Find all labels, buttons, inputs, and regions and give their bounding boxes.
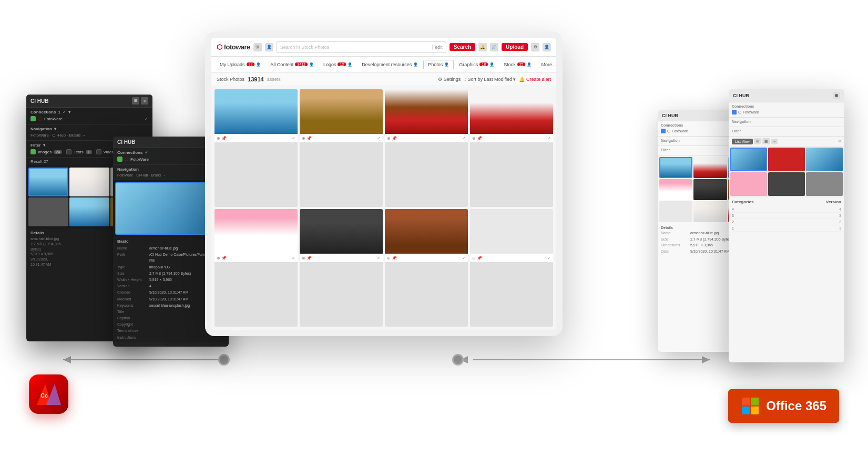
images-checkbox[interactable] bbox=[30, 149, 36, 154]
cell-icon-check: ✓ bbox=[292, 136, 295, 141]
upload-button[interactable]: Upload bbox=[502, 43, 528, 51]
type-key: Type bbox=[117, 264, 149, 270]
rp-thumb-2[interactable] bbox=[693, 157, 727, 178]
person-icon[interactable]: 👤 bbox=[265, 43, 273, 51]
thumb-4[interactable] bbox=[28, 197, 68, 226]
thumb-2[interactable] bbox=[69, 168, 109, 196]
video-checkbox[interactable] bbox=[96, 149, 101, 154]
sort-dropdown[interactable]: ↕ Sort by Last Modified ▾ bbox=[464, 77, 516, 82]
rp-main-thumb-2[interactable] bbox=[768, 148, 805, 171]
breadcrumb: Stock Photos bbox=[217, 77, 244, 82]
logos-badge: 13 bbox=[338, 62, 346, 66]
grid-cell-7[interactable]: ⊕📌 ✓ bbox=[385, 209, 468, 327]
rp-main-thumb-6[interactable] bbox=[806, 172, 843, 196]
rp-cat-row-1[interactable]: 1 1 bbox=[732, 225, 841, 232]
tab-my-uploads[interactable]: My Uploads 22 👤 bbox=[216, 60, 265, 69]
rp-cat-row-4[interactable]: 4 4 bbox=[732, 206, 841, 213]
terms-key: Terms of use bbox=[117, 328, 149, 333]
rp-main-thumb-3[interactable] bbox=[806, 148, 843, 171]
all-content-badge: 3412 bbox=[295, 62, 308, 66]
small-fw-checkbox[interactable] bbox=[117, 157, 122, 162]
tab-photos[interactable]: Photos 👤 bbox=[423, 60, 454, 69]
tab-more[interactable]: More... bbox=[537, 60, 556, 69]
left-connector-dot bbox=[218, 354, 230, 366]
office365-label: Office 365 bbox=[766, 399, 826, 413]
rp-main-thumb-5[interactable] bbox=[768, 172, 805, 196]
cell-icon-pin: 📌 bbox=[221, 256, 227, 260]
large-view-btn[interactable]: ▦ bbox=[762, 138, 770, 144]
cell-image-7 bbox=[385, 209, 468, 254]
grid-cell-8[interactable]: ⊕📌 ✓ bbox=[470, 209, 553, 327]
rp-sort-icon: ⊕ bbox=[838, 139, 841, 143]
grid-cell-3[interactable]: ⊕📌 ✓ bbox=[385, 89, 468, 207]
bell-icon[interactable]: 🔔 bbox=[478, 43, 487, 51]
grid-cell-2[interactable]: ⊕📌 ✓ bbox=[300, 89, 383, 207]
search-edit[interactable]: edit bbox=[432, 45, 443, 50]
rp-cat-row-2[interactable]: 2 2 bbox=[732, 219, 841, 225]
name-key: Name bbox=[117, 245, 149, 251]
svg-rect-8 bbox=[742, 398, 750, 405]
cart-icon[interactable]: 🛒 bbox=[490, 43, 498, 51]
cell-footer-7: ⊕📌 ✓ bbox=[385, 254, 468, 262]
tab-logos[interactable]: Logos 13 👤 bbox=[319, 60, 356, 69]
cihub-icon-2[interactable]: ≡ bbox=[141, 97, 148, 105]
small-fw-logo: ⬡ bbox=[125, 157, 128, 162]
thumb-1[interactable] bbox=[28, 168, 68, 196]
rp-thumb-7[interactable] bbox=[659, 201, 692, 222]
instructions-key: Instructions bbox=[117, 335, 149, 340]
fotoware-checkbox[interactable] bbox=[30, 116, 36, 121]
rp-fw-row[interactable]: ⬡ FotoWare bbox=[732, 109, 841, 115]
check-icon: ✓ bbox=[63, 110, 66, 114]
search-bar[interactable]: Search in Stock Photos edit bbox=[277, 41, 446, 53]
cihub-icon-1[interactable]: ⊞ bbox=[132, 97, 139, 105]
grid-cell-1[interactable]: ⊕📌 ✓ bbox=[215, 89, 298, 207]
rp-thumb-4[interactable] bbox=[659, 179, 692, 200]
detail-view-btn[interactable]: ≡ bbox=[771, 139, 778, 144]
monitor-inner: ⬡ fotoware ⊞ 👤 Search in Stock Photos ed… bbox=[211, 38, 556, 330]
rp-thumb-8[interactable] bbox=[693, 201, 727, 222]
cell-icon-download: ⊕ bbox=[302, 136, 305, 141]
search-button[interactable]: Search bbox=[450, 43, 475, 51]
rp-main-thumb-1[interactable] bbox=[730, 148, 767, 171]
stock-badge: 25 bbox=[517, 62, 526, 66]
office-logo-svg bbox=[741, 397, 759, 415]
fw-toolbar: Stock Photos 13914 assets ⚙ Settings ↕ S… bbox=[211, 72, 556, 86]
rp-cat-row-3[interactable]: 3 3 bbox=[732, 213, 841, 219]
list-view-btn[interactable]: List View bbox=[732, 139, 753, 144]
rp-header-icons: ⊞ bbox=[833, 92, 840, 99]
filter-expand-icon: ▾ bbox=[43, 143, 45, 148]
texts-checkbox[interactable] bbox=[66, 149, 72, 154]
asset-label: assets bbox=[267, 77, 281, 82]
user-avatar[interactable]: 👤 bbox=[543, 43, 551, 51]
office365-badge: Office 365 bbox=[728, 389, 839, 423]
svg-rect-9 bbox=[751, 398, 759, 405]
rp-fw-checkbox[interactable] bbox=[732, 110, 737, 114]
asset-count: 13914 bbox=[248, 76, 264, 82]
cell-image-6 bbox=[300, 209, 383, 254]
fotoware-connection-row[interactable]: ⬡ FotoWare ✓ bbox=[30, 116, 148, 122]
create-alert[interactable]: 🔔 Create alert bbox=[519, 77, 551, 82]
rp-filter-title: Filter bbox=[732, 129, 841, 133]
tab-dev-resources[interactable]: Development resources 👤 bbox=[358, 60, 422, 69]
rp-icon-1[interactable]: ⊞ bbox=[833, 92, 840, 99]
rp-small-fw-check[interactable] bbox=[661, 129, 666, 133]
cell-icon-pin: 📌 bbox=[221, 136, 227, 141]
toolbar-right: ⚙ Settings ↕ Sort by Last Modified ▾ 🔔 C… bbox=[438, 77, 551, 82]
grid-cell-5[interactable]: ⊕📌 ✓ bbox=[215, 209, 298, 327]
thumb-5[interactable] bbox=[69, 197, 109, 226]
tab-stock[interactable]: Stock 25 👤 bbox=[499, 60, 536, 69]
rp-thumb-5[interactable] bbox=[693, 179, 727, 200]
tab-graphics[interactable]: Graphics 18 👤 bbox=[455, 60, 498, 69]
grid-icon[interactable]: ⊞ bbox=[253, 43, 262, 51]
grid-view-btn-2[interactable]: ⊞ bbox=[754, 138, 761, 144]
grid-cell-6[interactable]: ⊕📌 ✓ bbox=[300, 209, 383, 327]
settings-link[interactable]: ⚙ Settings bbox=[438, 77, 461, 82]
rp-connections: Connections ⬡ FotoWare bbox=[729, 102, 844, 118]
settings-icon[interactable]: ⚙ bbox=[531, 43, 539, 51]
fotoware-logo: ⬡ fotoware bbox=[217, 43, 250, 51]
rp-main-thumb-4[interactable] bbox=[730, 172, 767, 196]
rp-thumb-1[interactable] bbox=[659, 157, 692, 178]
grid-cell-4[interactable]: ⊕📌 ✓ bbox=[470, 89, 553, 207]
tab-all-content[interactable]: All Content 3412 👤 bbox=[266, 60, 318, 69]
right-panel-main: CI HUB ⊞ Connections ⬡ FotoWare Navigati… bbox=[729, 89, 844, 362]
